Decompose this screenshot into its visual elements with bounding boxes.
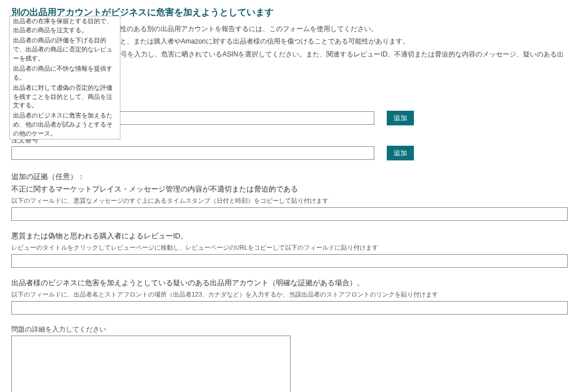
review-help: レビューのタイトルをクリックしてレビューページに移動し、レビューページのURLを… [11,243,568,252]
account-help: 以下のフィールドに、出品者名とストアフロントの場所（出品者123、カナダなど）を… [11,290,568,299]
review-section-head: 悪質または偽物と思われる購入者によるレビューID。 [11,231,568,241]
tooltip-item: 出品者のビジネスに危害を加えるため、他の出品者が試みようとするその他のケース。 [10,111,120,139]
asin-add-button[interactable]: 追加 [387,111,414,125]
tooltip-item: 出品者の在庫を保留とする目的で、出品者の商品を注文する。 [10,16,120,36]
order-add-button[interactable]: 追加 [387,146,414,160]
message-section-head: 不正に関するマーケットプレイス・メッセージ管理の内容が不適切または脅迫的である [11,184,568,194]
message-timestamp-input[interactable] [11,207,568,221]
message-help: 以下のフィールドに、悪質なメッセージのすぐ上にあるタイムスタンプ（日付と時刻）を… [11,197,568,205]
account-section-head: 出品者様のビジネスに危害を加えようとしている疑いのある出品用アカウント（明確な証… [11,278,568,288]
tooltip-item: 出品者の商品の評価を下げる目的で、出品者の商品に否定的なレビューを残す。 [10,36,120,64]
tooltip-item: 出品者に対して虚偽の否定的な評価を残すことを目的として、商品を注文する。 [10,83,120,111]
tooltip-item: 出品者の商品に不快な情報を提供する。 [10,64,120,83]
examples-tooltip: 出品者の在庫を保留とする目的で、出品者の商品を注文する。 出品者の商品の評価を下… [9,16,120,140]
order-input[interactable] [11,146,374,160]
details-label: 問題の詳細を入力してください [11,325,568,334]
details-textarea[interactable] [11,336,291,392]
review-url-input[interactable] [11,254,568,268]
additional-evidence-head: 追加の証拠（任意）： [11,172,568,182]
suspect-account-input[interactable] [11,301,568,315]
